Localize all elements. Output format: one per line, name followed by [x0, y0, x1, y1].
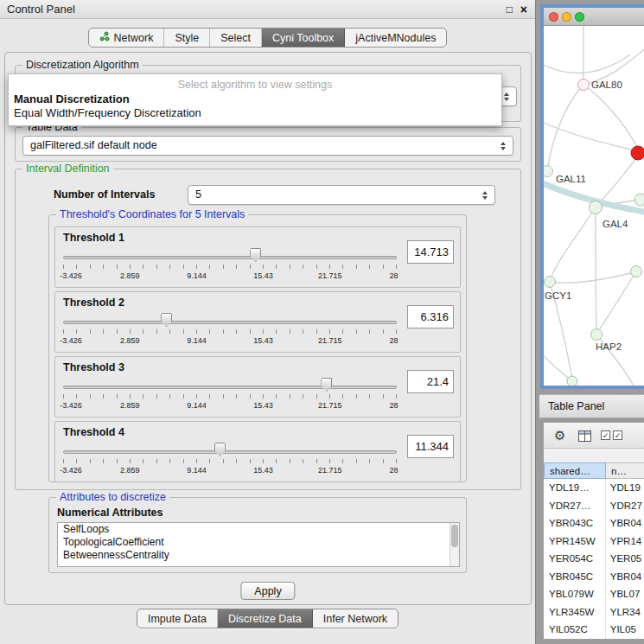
cell[interactable]: YLR34	[605, 603, 644, 622]
network-node-label: HAP2	[596, 341, 622, 352]
cell[interactable]: YER054C	[544, 550, 605, 568]
table-panel-header[interactable]: Table Panel	[539, 394, 644, 418]
number-of-intervals-combobox[interactable]: 5	[188, 185, 495, 205]
table-row[interactable]: YER054C YER05	[544, 550, 644, 568]
cell[interactable]: YDR27…	[544, 497, 605, 515]
slider-tickmarks	[63, 459, 397, 463]
slider-track[interactable]	[63, 321, 397, 324]
tab-discretize-data[interactable]: Discretize Data	[218, 609, 313, 628]
slider-thumb[interactable]	[214, 443, 226, 456]
list-item[interactable]: BetweennessCentrality	[58, 549, 459, 562]
cell[interactable]: YIL052C	[544, 621, 605, 639]
tab-impute-data[interactable]: Impute Data	[137, 609, 218, 628]
tick-label: 28	[389, 466, 398, 475]
threshold-3-value-field[interactable]: 21.4	[407, 370, 454, 393]
select-all-icon[interactable]: ✓	[601, 430, 610, 440]
cell[interactable]: YBL079W	[544, 585, 605, 603]
tab-jactivemnodules[interactable]: jActiveMNodules	[345, 29, 446, 47]
group-title: Attributes to discretize	[56, 491, 169, 504]
network-node[interactable]	[544, 166, 553, 177]
table-row[interactable]: YBL079W YBL07	[544, 585, 644, 603]
network-node-selected[interactable]	[631, 146, 644, 160]
select-column-icon[interactable]: ✓	[613, 430, 622, 440]
cell[interactable]: YDL19…	[544, 479, 605, 497]
cell[interactable]: YBR04	[605, 568, 644, 586]
network-node[interactable]	[631, 266, 642, 277]
tab-infer-network[interactable]: Infer Network	[313, 609, 398, 628]
tab-network[interactable]: Network	[89, 29, 165, 47]
table-data-combobox[interactable]: galFiltered.sif default node	[22, 136, 513, 156]
network-node[interactable]	[545, 277, 556, 288]
tab-select[interactable]: Select	[210, 29, 262, 47]
network-view-window[interactable]: GAL80 GAL11 GAL4 GCY1 HAP2	[540, 4, 644, 389]
cell[interactable]: YPR145W	[544, 532, 605, 551]
cell[interactable]: YER05	[605, 550, 644, 568]
cell[interactable]: YLR345W	[544, 603, 605, 622]
slider-thumb[interactable]	[250, 248, 261, 262]
list-scrollbar[interactable]	[450, 523, 459, 566]
table-row[interactable]: YLR345W YLR34	[544, 603, 644, 622]
minimize-button[interactable]	[562, 12, 571, 22]
tick-label: -3.426	[60, 401, 82, 410]
slider-track[interactable]	[63, 386, 397, 389]
tick-label: 15.43	[253, 401, 273, 410]
cell[interactable]: YDL19	[605, 479, 644, 497]
slider-track[interactable]	[63, 256, 397, 259]
cell[interactable]: YDR27	[605, 497, 644, 515]
cyni-toolbox-panel: Discretization Algorithm Select algorith…	[4, 52, 532, 605]
tab-style[interactable]: Style	[164, 29, 210, 47]
column-header-shared-name[interactable]: shared…	[544, 462, 606, 479]
cell[interactable]: YBL07	[605, 585, 644, 603]
threshold-1-box: Threshold 1 -3.426 2.859 9.144 15.43	[54, 226, 461, 288]
list-item[interactable]: TopologicalCoefficient	[58, 536, 459, 549]
scrollbar-thumb[interactable]	[451, 525, 458, 547]
cell[interactable]: YIL05	[605, 621, 644, 639]
tick-label: 15.43	[253, 336, 273, 345]
table-row[interactable]: YDR27… YDR27	[544, 497, 644, 515]
network-node-label: GAL11	[556, 174, 586, 184]
list-item[interactable]: SelfLoops	[58, 523, 459, 536]
tick-label: 2.859	[120, 401, 140, 410]
table-row[interactable]: YBR043C YBR04	[544, 514, 644, 532]
float-window-icon[interactable]: □	[507, 0, 513, 19]
threshold-3-slider[interactable]: -3.426 2.859 9.144 15.43 21.715 28	[63, 376, 397, 416]
threshold-1-slider[interactable]: -3.426 2.859 9.144 15.43 21.715 28	[63, 246, 397, 286]
dropdown-option-manual-discretization[interactable]: Manual Discretization	[9, 92, 501, 106]
slider-thumb[interactable]	[161, 313, 172, 327]
network-node[interactable]	[591, 329, 603, 341]
network-node-label: GAL4	[603, 219, 628, 229]
network-canvas[interactable]: GAL80 GAL11 GAL4 GCY1 HAP2	[544, 26, 644, 386]
threshold-2-value-field[interactable]: 6.316	[407, 305, 454, 328]
threshold-4-value-field[interactable]: 11.344	[407, 435, 454, 458]
cell[interactable]: YPR14	[605, 532, 644, 551]
network-node[interactable]	[590, 201, 603, 214]
cell[interactable]: YBR043C	[544, 514, 605, 532]
threshold-1-value-field[interactable]: 14.713	[407, 240, 454, 264]
gear-icon[interactable]: ⚙	[554, 426, 565, 445]
column-header-name[interactable]: n…	[606, 462, 644, 479]
slider-thumb[interactable]	[321, 378, 332, 392]
threshold-2-slider[interactable]: -3.426 2.859 9.144 15.43 21.715 28	[63, 311, 397, 351]
threshold-3-box: Threshold 3 -3.426 2.859 9.144 15.43	[54, 356, 461, 418]
network-node[interactable]	[578, 80, 590, 91]
network-node[interactable]	[567, 376, 577, 386]
slider-track[interactable]	[63, 450, 397, 454]
columns-icon[interactable]	[578, 430, 591, 445]
table-row[interactable]: YIL052C YIL05	[544, 621, 644, 639]
table-row[interactable]: YPR145W YPR14	[544, 532, 644, 551]
table-row[interactable]: YBR045C YBR04	[544, 568, 644, 586]
zoom-button[interactable]	[575, 12, 584, 22]
tab-cyni-toolbox[interactable]: Cyni Toolbox	[262, 29, 345, 47]
network-node[interactable]	[634, 194, 644, 206]
table-row[interactable]: YDL19… YDL19	[544, 479, 644, 497]
cell[interactable]: YBR04	[605, 514, 644, 532]
close-icon[interactable]: ×	[520, 0, 527, 19]
apply-button[interactable]: Apply	[240, 582, 295, 600]
tick-label: 21.715	[318, 466, 342, 475]
tab-label: Infer Network	[323, 613, 387, 625]
cell[interactable]: YBR045C	[544, 568, 605, 586]
dropdown-option-equal-width-frequency[interactable]: Equal Width/Frequency Discretization	[9, 106, 501, 120]
close-button[interactable]	[549, 12, 558, 22]
threshold-4-slider[interactable]: -3.426 2.859 9.144 15.43 21.715 28	[63, 441, 397, 481]
tab-label: Cyni Toolbox	[272, 32, 334, 44]
